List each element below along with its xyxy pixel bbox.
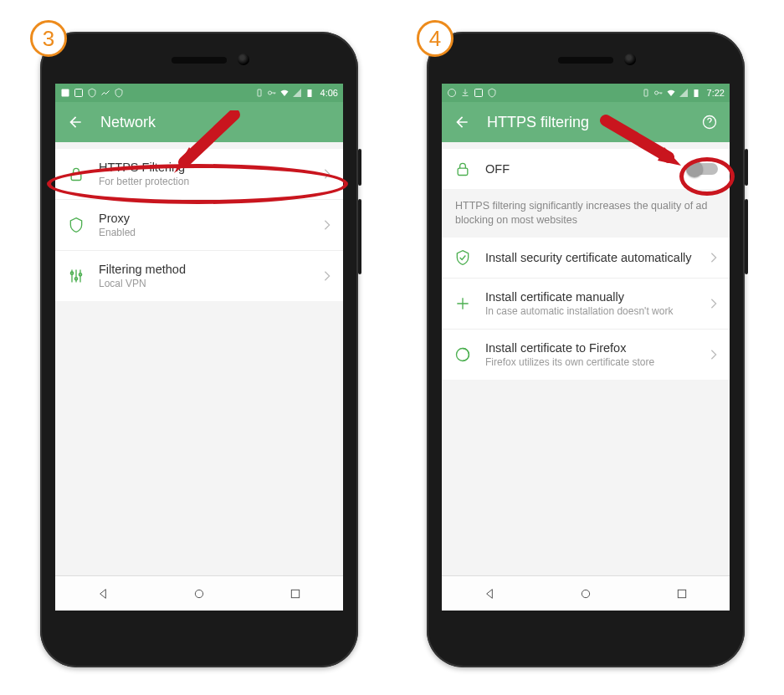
status-time: 4:06: [320, 88, 338, 98]
key-icon: [267, 88, 277, 98]
svg-point-11: [448, 89, 456, 97]
row-title: Install certificate to Firefox: [485, 341, 696, 355]
screen-right: 7:22 HTTPS filtering OFF HTTPS f: [442, 84, 730, 611]
svg-rect-5: [71, 173, 81, 180]
back-arrow-icon[interactable]: [67, 114, 84, 130]
phone-speaker: [172, 57, 227, 64]
signal-icon: [679, 88, 689, 98]
cert-list: Install security certificate automatical…: [442, 238, 730, 380]
battery-icon: [305, 88, 315, 98]
shield-icon: [487, 88, 497, 98]
chevron-right-icon: [710, 252, 718, 263]
image-icon: [60, 88, 70, 98]
row-https-filtering[interactable]: HTTPS Filtering For better protection: [55, 149, 343, 200]
phone-speaker: [558, 57, 613, 64]
svg-rect-17: [458, 168, 468, 175]
svg-rect-1: [75, 89, 83, 97]
shield-icon: [67, 217, 85, 233]
row-subtitle: In case automatic installation doesn't w…: [485, 305, 696, 317]
row-https-toggle[interactable]: OFF: [442, 149, 730, 189]
sliders-icon: [67, 268, 85, 284]
screen-left: 4:06 Network HTTPS Filtering For better …: [55, 84, 343, 611]
nav-recent-icon[interactable]: [675, 587, 689, 600]
status-bar: 7:22: [442, 84, 730, 102]
plus-icon: [453, 295, 472, 312]
nav-recent-icon[interactable]: [289, 587, 302, 600]
svg-rect-4: [307, 89, 311, 97]
svg-point-19: [582, 590, 589, 597]
toggle-label: OFF: [485, 162, 674, 176]
toggle-card: OFF: [442, 149, 730, 189]
battery-icon: [691, 88, 701, 98]
nav-home-icon[interactable]: [579, 587, 592, 600]
back-arrow-icon[interactable]: [453, 114, 470, 130]
svg-rect-12: [475, 89, 483, 97]
shield-icon: [87, 88, 97, 98]
chart-icon: [100, 88, 110, 98]
svg-rect-13: [644, 89, 648, 96]
phone-volume-button: [358, 199, 361, 274]
row-subtitle: For better protection: [99, 176, 310, 187]
phone-power-button: [745, 149, 748, 186]
chevron-right-icon: [710, 349, 718, 360]
chevron-right-icon: [323, 168, 331, 180]
shield-icon: [114, 88, 124, 98]
status-time: 7:22: [707, 88, 725, 98]
row-subtitle: Local VPN: [99, 278, 310, 289]
phone-volume-button: [745, 199, 748, 274]
app-bar: Network: [55, 102, 343, 142]
svg-point-9: [195, 590, 202, 597]
browser-icon: [447, 88, 457, 98]
step-badge-3: 3: [30, 20, 67, 57]
svg-point-14: [654, 91, 658, 95]
phone-camera: [624, 54, 636, 65]
phone-frame-left: 4:06 Network HTTPS Filtering For better …: [40, 32, 358, 667]
step-badge-4: 4: [417, 20, 453, 57]
vibrate-icon: [641, 88, 651, 98]
row-title: HTTPS Filtering: [99, 161, 310, 174]
toggle-switch[interactable]: [688, 163, 718, 175]
android-nav-bar: [442, 575, 730, 611]
nav-back-icon[interactable]: [483, 587, 496, 600]
row-filtering-method[interactable]: Filtering method Local VPN: [55, 251, 343, 301]
screenshot-icon: [474, 88, 484, 98]
page-title: Network: [100, 114, 156, 131]
screenshot-icon: [74, 88, 84, 98]
status-bar: 4:06: [55, 84, 343, 102]
svg-point-3: [268, 91, 271, 95]
description-text: HTTPS filtering significantly increases …: [442, 189, 730, 231]
android-nav-bar: [55, 575, 343, 611]
wifi-icon: [279, 88, 290, 98]
nav-back-icon[interactable]: [96, 587, 110, 600]
app-bar: HTTPS filtering: [442, 102, 730, 142]
row-install-auto[interactable]: Install security certificate automatical…: [442, 238, 730, 279]
row-subtitle: Firefox utilizes its own certificate sto…: [485, 356, 696, 368]
chevron-right-icon: [710, 298, 718, 309]
svg-rect-20: [678, 590, 685, 597]
row-install-firefox[interactable]: Install certificate to Firefox Firefox u…: [442, 330, 730, 380]
vibrate-icon: [254, 88, 264, 98]
chevron-right-icon: [323, 270, 331, 282]
key-icon: [653, 88, 664, 98]
svg-rect-2: [258, 89, 261, 96]
help-icon[interactable]: [701, 114, 718, 130]
shield-check-icon: [453, 249, 472, 266]
wifi-icon: [666, 88, 676, 98]
row-proxy[interactable]: Proxy Enabled: [55, 200, 343, 251]
settings-list: HTTPS Filtering For better protection Pr…: [55, 149, 343, 301]
svg-rect-10: [291, 590, 299, 597]
content-area: HTTPS Filtering For better protection Pr…: [55, 149, 343, 611]
nav-home-icon[interactable]: [192, 587, 206, 600]
row-subtitle: Enabled: [99, 227, 310, 238]
download-icon: [460, 88, 470, 98]
phone-power-button: [358, 149, 361, 186]
phone-camera: [238, 54, 249, 65]
lock-icon: [453, 161, 472, 177]
row-title: Install security certificate automatical…: [485, 251, 696, 264]
svg-rect-15: [694, 89, 698, 97]
row-title: Filtering method: [99, 263, 310, 276]
firefox-icon: [453, 346, 472, 363]
row-install-manual[interactable]: Install certificate manually In case aut…: [442, 279, 730, 330]
page-title: HTTPS filtering: [487, 114, 589, 131]
content-area: OFF HTTPS filtering significantly increa…: [442, 149, 730, 611]
